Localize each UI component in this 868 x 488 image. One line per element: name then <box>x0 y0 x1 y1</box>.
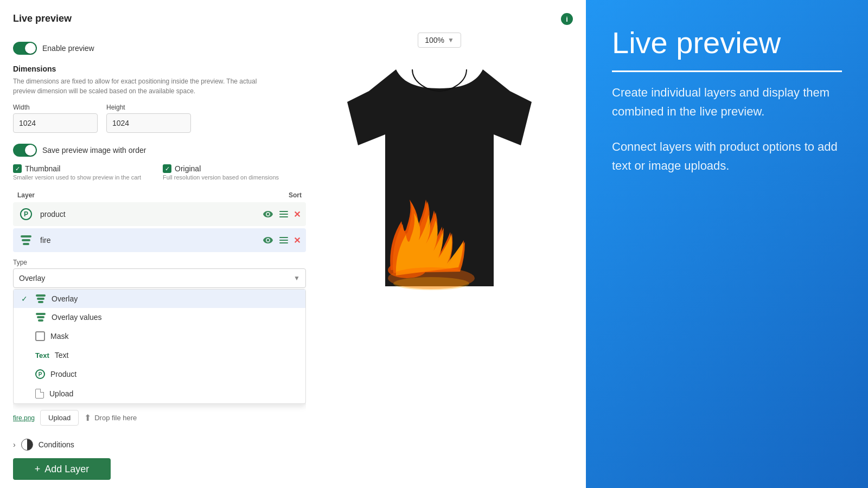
dimensions-desc: The dimensions are fixed to allow for ex… <box>13 76 273 96</box>
dropdown-label-upload: Upload <box>49 389 73 398</box>
thumbnail-desc: Smaller version used to show preview in … <box>13 174 141 181</box>
dropdown-label-product: Product <box>50 370 76 378</box>
plus-icon: + <box>35 464 41 475</box>
check-icon: ✓ <box>21 294 30 303</box>
right-panel-title: Live preview <box>612 26 842 72</box>
file-name[interactable]: fire.png <box>13 414 35 422</box>
tshirt-preview <box>336 59 542 308</box>
height-label: Height <box>106 104 191 111</box>
dropdown-item-product[interactable]: P Product <box>14 364 305 384</box>
conditions-row[interactable]: › Conditions <box>13 431 306 458</box>
thumbnail-label: Thumbnail <box>25 164 60 173</box>
expand-icon: › <box>13 440 16 449</box>
svg-point-2 <box>393 277 469 290</box>
layer-name-fire: fire <box>40 236 256 245</box>
dropdown-label-overlay-values: Overlay values <box>52 313 102 322</box>
layer-sort-fire[interactable] <box>279 237 288 243</box>
original-desc: Full resolution version based on dimensi… <box>163 174 279 181</box>
type-dropdown[interactable]: Overlay ▼ <box>13 268 306 288</box>
mask-icon <box>35 331 45 341</box>
upload-arrow-icon: ⬆ <box>84 413 91 423</box>
dropdown-item-text[interactable]: Text Text <box>14 346 305 364</box>
layers-column-header: Layer <box>17 191 35 199</box>
conditions-label: Conditions <box>39 440 74 449</box>
overlay-icon <box>35 294 46 303</box>
right-panel-desc1: Create individual layers and display the… <box>612 83 842 121</box>
type-dropdown-menu: ✓ Overlay Overlay values Mask <box>13 289 306 404</box>
drop-zone[interactable]: ⬆ Drop file here <box>84 413 137 423</box>
save-preview-toggle[interactable] <box>13 144 37 157</box>
dropdown-label-overlay: Overlay <box>52 294 78 303</box>
drop-label: Drop file here <box>94 414 137 422</box>
dropdown-item-mask[interactable]: Mask <box>14 326 305 346</box>
product-icon: P <box>20 208 32 220</box>
upload-button[interactable]: Upload <box>40 410 79 426</box>
add-layer-label: Add Layer <box>44 464 89 475</box>
right-panel-desc2: Connect layers with product options to a… <box>612 137 842 175</box>
type-selected-value: Overlay <box>19 274 45 282</box>
dropdown-item-upload[interactable]: Upload <box>14 384 305 403</box>
layer-visibility-fire[interactable] <box>262 234 274 246</box>
width-input[interactable] <box>13 113 98 133</box>
layer-row-fire[interactable]: fire ✕ <box>13 228 306 252</box>
enable-preview-toggle[interactable] <box>13 42 37 55</box>
original-label: Original <box>175 164 201 173</box>
conditions-icon <box>21 439 33 451</box>
type-label: Type <box>13 259 306 266</box>
enable-preview-label: Enable preview <box>42 44 94 53</box>
original-checkbox[interactable] <box>163 164 171 173</box>
layer-sort-product[interactable] <box>279 211 288 217</box>
zoom-value: 100% <box>425 36 444 44</box>
layer-row-product[interactable]: P product ✕ <box>13 202 306 226</box>
panel-title: Live preview <box>13 13 72 24</box>
zoom-chevron-icon: ▼ <box>448 36 454 44</box>
dropdown-label-mask: Mask <box>50 332 68 341</box>
layer-visibility-product[interactable] <box>262 208 274 220</box>
save-preview-label: Save preview image with order <box>42 146 146 155</box>
thumbnail-checkbox[interactable] <box>13 164 22 173</box>
dropdown-item-overlay-values[interactable]: Overlay values <box>14 308 305 326</box>
dropdown-item-overlay[interactable]: ✓ Overlay <box>14 290 305 308</box>
overlay-values-icon <box>35 313 46 322</box>
zoom-control[interactable]: 100% ▼ <box>418 33 461 48</box>
product-type-icon: P <box>35 369 45 379</box>
upload-type-icon <box>35 389 44 399</box>
text-icon: Text <box>35 351 49 359</box>
layer-name-product: product <box>40 210 256 219</box>
height-input[interactable] <box>106 113 191 133</box>
dropdown-label-text: Text <box>55 351 69 359</box>
layers-icon <box>20 235 32 245</box>
width-label: Width <box>13 104 98 111</box>
right-panel: Live preview Create individual layers an… <box>586 0 868 488</box>
add-layer-button[interactable]: + Add Layer <box>13 458 111 480</box>
